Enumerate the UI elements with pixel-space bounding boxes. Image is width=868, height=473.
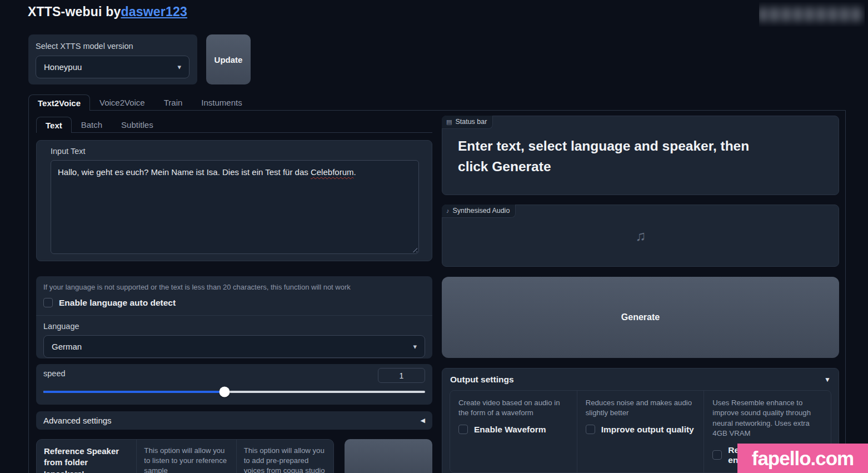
status-message: Enter text, select language and speaker,… <box>458 136 780 177</box>
tab-voice2voice[interactable]: Voice2Voice <box>90 94 154 110</box>
resemble-description: Uses Resemble enhance to improve sound q… <box>712 398 822 439</box>
output-settings-title: Output settings <box>450 375 514 385</box>
app-title-text: XTTS-webui by <box>28 4 121 19</box>
blur-smudge <box>759 7 865 22</box>
speed-slider-fill <box>43 391 225 393</box>
synthesised-audio-label: ♪ Synthesised Audio <box>442 205 516 218</box>
auto-detect-section: If your language is not supported or the… <box>36 276 432 316</box>
blurred-watermark <box>759 2 865 27</box>
update-button[interactable]: Update <box>206 34 251 84</box>
author-link[interactable]: daswer123 <box>121 4 187 19</box>
input-text-part: Hallo, wie geht es euch? Mein Name ist I… <box>58 167 311 177</box>
tab-train[interactable]: Train <box>154 94 192 110</box>
language-label: Language <box>43 322 425 331</box>
misspelled-word: Celebforum <box>311 167 354 177</box>
quality-option: Reduces noise and makes audio slightly b… <box>577 391 704 472</box>
speed-number-input[interactable] <box>378 368 425 383</box>
generate-button[interactable]: Generate <box>442 277 839 358</box>
quality-description: Reduces noise and makes audio slightly b… <box>586 398 696 419</box>
textarea-resize-handle[interactable] <box>412 247 417 252</box>
reference-speaker-title: Reference Speaker from folder 'speakers' <box>37 440 136 473</box>
language-select-section: Language German ▾ <box>36 316 432 364</box>
fapello-watermark: fapello.com <box>737 444 868 473</box>
status-bar-label-text: Status bar <box>455 118 487 126</box>
model-version-label: Select XTTS model version <box>36 42 133 51</box>
status-bar-icon: ▤ <box>446 118 452 126</box>
sub-tab-bar: Text Batch Subtitles <box>36 117 432 133</box>
main-tab-bar: Text2Voice Voice2Voice Train Instuments <box>28 94 252 111</box>
status-bar-block: ▤ Status bar Enter text, select language… <box>442 116 839 195</box>
waveform-checkbox[interactable] <box>458 425 468 434</box>
auto-detect-info: If your language is not supported or the… <box>43 282 425 292</box>
chevron-down-icon: ▾ <box>177 63 181 71</box>
auto-detect-checkbox[interactable] <box>43 298 53 307</box>
waveform-checkbox-row[interactable]: Enable Waveform <box>458 425 568 435</box>
synthesised-audio-label-text: Synthesised Audio <box>453 207 510 215</box>
reference-speaker-group: Reference Speaker from folder 'speakers'… <box>36 439 334 473</box>
synthesised-audio-block: ♪ Synthesised Audio ♫ <box>442 205 839 267</box>
language-group: If your language is not supported or the… <box>36 276 432 359</box>
speed-label: speed <box>43 369 66 378</box>
music-note-icon: ♪ <box>446 207 450 214</box>
quality-checkbox[interactable] <box>586 425 595 434</box>
advanced-settings-accordion[interactable]: Advanced settings ◀ <box>36 411 432 430</box>
reference-update-button[interactable] <box>345 439 432 473</box>
model-version-value: Honeypuu <box>44 62 82 72</box>
output-settings-accordion[interactable]: Output settings ▼ <box>442 369 839 390</box>
waveform-checkbox-label: Enable Waveform <box>474 425 546 435</box>
subtab-batch[interactable]: Batch <box>72 117 112 132</box>
tab-instuments[interactable]: Instuments <box>192 94 251 110</box>
subtab-text[interactable]: Text <box>36 117 72 133</box>
waveform-option: Create video based on audio in the form … <box>450 391 577 472</box>
speed-slider-thumb[interactable] <box>219 387 230 397</box>
reference-listen-hint: This option will allow you to listen to … <box>136 440 236 473</box>
resemble-checkbox[interactable] <box>712 450 722 460</box>
page-title: XTTS-webui bydaswer123 <box>28 4 187 19</box>
tab-text2voice[interactable]: Text2Voice <box>28 94 90 111</box>
speed-group: speed <box>36 364 432 405</box>
auto-detect-checkbox-label: Enable language auto detect <box>59 298 176 308</box>
language-value: German <box>52 342 82 351</box>
status-bar-label: ▤ Status bar <box>442 116 493 129</box>
auto-detect-checkbox-row[interactable]: Enable language auto detect <box>43 298 425 308</box>
language-dropdown[interactable]: German ▾ <box>43 335 425 358</box>
input-text-textarea[interactable]: Hallo, wie geht es euch? Mein Name ist I… <box>51 160 419 254</box>
waveform-description: Create video based on audio in the form … <box>458 398 568 419</box>
model-version-dropdown[interactable]: Honeypuu ▾ <box>36 56 189 78</box>
subtab-subtitles[interactable]: Subtitles <box>112 117 163 132</box>
accordion-collapsed-icon: ◀ <box>421 417 425 424</box>
accordion-expanded-icon: ▼ <box>824 376 831 384</box>
speed-slider[interactable] <box>43 388 425 396</box>
input-text-part: . <box>353 167 356 177</box>
quality-checkbox-label: Improve output quality <box>601 425 694 435</box>
chevron-down-icon: ▾ <box>413 343 417 350</box>
audio-placeholder-icon: ♫ <box>635 228 646 244</box>
input-text-label: Input Text <box>51 147 86 156</box>
reference-add-hint: This option will allow you to add pre-pr… <box>236 440 333 473</box>
quality-checkbox-row[interactable]: Improve output quality <box>586 425 696 435</box>
input-text-group: Input Text Hallo, wie geht es euch? Mein… <box>36 140 432 261</box>
advanced-settings-label: Advanced settings <box>43 416 112 425</box>
model-version-group: Select XTTS model version Honeypuu ▾ <box>28 34 197 84</box>
